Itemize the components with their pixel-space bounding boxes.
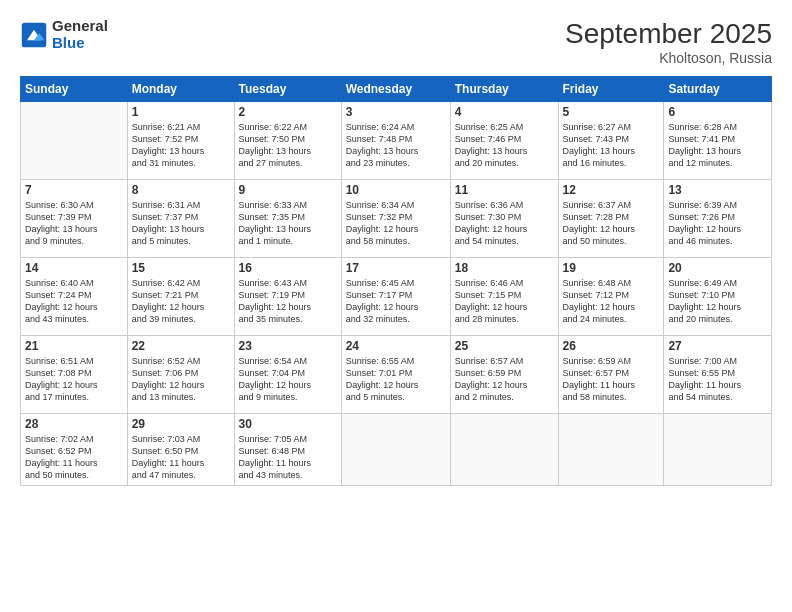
calendar-cell: 18Sunrise: 6:46 AMSunset: 7:15 PMDayligh… [450,258,558,336]
day-number: 17 [346,261,446,275]
day-info: Sunrise: 7:02 AMSunset: 6:52 PMDaylight:… [25,433,123,482]
calendar-cell: 11Sunrise: 6:36 AMSunset: 7:30 PMDayligh… [450,180,558,258]
day-info: Sunrise: 6:57 AMSunset: 6:59 PMDaylight:… [455,355,554,404]
day-number: 24 [346,339,446,353]
day-number: 13 [668,183,767,197]
page-header: General Blue September 2025 Kholtoson, R… [20,18,772,66]
col-wednesday: Wednesday [341,77,450,102]
day-number: 25 [455,339,554,353]
day-number: 20 [668,261,767,275]
col-thursday: Thursday [450,77,558,102]
day-number: 28 [25,417,123,431]
day-number: 27 [668,339,767,353]
day-number: 4 [455,105,554,119]
logo-icon [20,21,48,49]
day-number: 22 [132,339,230,353]
day-info: Sunrise: 6:48 AMSunset: 7:12 PMDaylight:… [563,277,660,326]
calendar-cell: 17Sunrise: 6:45 AMSunset: 7:17 PMDayligh… [341,258,450,336]
day-info: Sunrise: 6:33 AMSunset: 7:35 PMDaylight:… [239,199,337,248]
calendar-cell: 30Sunrise: 7:05 AMSunset: 6:48 PMDayligh… [234,414,341,486]
day-info: Sunrise: 7:05 AMSunset: 6:48 PMDaylight:… [239,433,337,482]
calendar-cell: 27Sunrise: 7:00 AMSunset: 6:55 PMDayligh… [664,336,772,414]
logo-general-text: General [52,18,108,35]
calendar-cell: 2Sunrise: 6:22 AMSunset: 7:50 PMDaylight… [234,102,341,180]
day-number: 7 [25,183,123,197]
day-number: 8 [132,183,230,197]
col-tuesday: Tuesday [234,77,341,102]
day-number: 29 [132,417,230,431]
day-number: 14 [25,261,123,275]
day-info: Sunrise: 6:39 AMSunset: 7:26 PMDaylight:… [668,199,767,248]
day-info: Sunrise: 6:30 AMSunset: 7:39 PMDaylight:… [25,199,123,248]
day-info: Sunrise: 6:42 AMSunset: 7:21 PMDaylight:… [132,277,230,326]
calendar-cell: 12Sunrise: 6:37 AMSunset: 7:28 PMDayligh… [558,180,664,258]
day-info: Sunrise: 6:51 AMSunset: 7:08 PMDaylight:… [25,355,123,404]
day-info: Sunrise: 6:59 AMSunset: 6:57 PMDaylight:… [563,355,660,404]
day-info: Sunrise: 6:46 AMSunset: 7:15 PMDaylight:… [455,277,554,326]
day-info: Sunrise: 6:25 AMSunset: 7:46 PMDaylight:… [455,121,554,170]
day-info: Sunrise: 6:36 AMSunset: 7:30 PMDaylight:… [455,199,554,248]
day-info: Sunrise: 7:00 AMSunset: 6:55 PMDaylight:… [668,355,767,404]
logo: General Blue [20,18,108,51]
day-number: 30 [239,417,337,431]
calendar-cell [341,414,450,486]
day-info: Sunrise: 6:22 AMSunset: 7:50 PMDaylight:… [239,121,337,170]
day-number: 6 [668,105,767,119]
day-number: 26 [563,339,660,353]
day-number: 9 [239,183,337,197]
calendar-cell: 22Sunrise: 6:52 AMSunset: 7:06 PMDayligh… [127,336,234,414]
calendar-header-row: Sunday Monday Tuesday Wednesday Thursday… [21,77,772,102]
day-number: 15 [132,261,230,275]
calendar-cell: 3Sunrise: 6:24 AMSunset: 7:48 PMDaylight… [341,102,450,180]
day-info: Sunrise: 6:49 AMSunset: 7:10 PMDaylight:… [668,277,767,326]
calendar-cell: 24Sunrise: 6:55 AMSunset: 7:01 PMDayligh… [341,336,450,414]
calendar-cell: 4Sunrise: 6:25 AMSunset: 7:46 PMDaylight… [450,102,558,180]
calendar-cell: 21Sunrise: 6:51 AMSunset: 7:08 PMDayligh… [21,336,128,414]
day-number: 23 [239,339,337,353]
calendar-cell [450,414,558,486]
day-number: 10 [346,183,446,197]
calendar-cell: 8Sunrise: 6:31 AMSunset: 7:37 PMDaylight… [127,180,234,258]
calendar-cell: 13Sunrise: 6:39 AMSunset: 7:26 PMDayligh… [664,180,772,258]
calendar-cell [664,414,772,486]
calendar-cell: 23Sunrise: 6:54 AMSunset: 7:04 PMDayligh… [234,336,341,414]
calendar-cell [558,414,664,486]
day-number: 21 [25,339,123,353]
location-text: Kholtoson, Russia [565,50,772,66]
col-saturday: Saturday [664,77,772,102]
day-number: 16 [239,261,337,275]
day-number: 1 [132,105,230,119]
calendar-cell: 5Sunrise: 6:27 AMSunset: 7:43 PMDaylight… [558,102,664,180]
calendar-cell: 14Sunrise: 6:40 AMSunset: 7:24 PMDayligh… [21,258,128,336]
day-number: 12 [563,183,660,197]
calendar-cell: 16Sunrise: 6:43 AMSunset: 7:19 PMDayligh… [234,258,341,336]
month-title: September 2025 [565,18,772,50]
calendar-cell: 28Sunrise: 7:02 AMSunset: 6:52 PMDayligh… [21,414,128,486]
calendar-cell [21,102,128,180]
calendar-cell: 29Sunrise: 7:03 AMSunset: 6:50 PMDayligh… [127,414,234,486]
calendar-cell: 15Sunrise: 6:42 AMSunset: 7:21 PMDayligh… [127,258,234,336]
day-info: Sunrise: 6:21 AMSunset: 7:52 PMDaylight:… [132,121,230,170]
day-info: Sunrise: 6:40 AMSunset: 7:24 PMDaylight:… [25,277,123,326]
day-info: Sunrise: 6:31 AMSunset: 7:37 PMDaylight:… [132,199,230,248]
day-info: Sunrise: 6:54 AMSunset: 7:04 PMDaylight:… [239,355,337,404]
calendar-table: Sunday Monday Tuesday Wednesday Thursday… [20,76,772,486]
logo-blue-text: Blue [52,35,108,52]
calendar-cell: 7Sunrise: 6:30 AMSunset: 7:39 PMDaylight… [21,180,128,258]
day-info: Sunrise: 7:03 AMSunset: 6:50 PMDaylight:… [132,433,230,482]
day-number: 11 [455,183,554,197]
calendar-cell: 10Sunrise: 6:34 AMSunset: 7:32 PMDayligh… [341,180,450,258]
calendar-cell: 1Sunrise: 6:21 AMSunset: 7:52 PMDaylight… [127,102,234,180]
day-number: 3 [346,105,446,119]
calendar-cell: 25Sunrise: 6:57 AMSunset: 6:59 PMDayligh… [450,336,558,414]
day-number: 19 [563,261,660,275]
calendar-cell: 19Sunrise: 6:48 AMSunset: 7:12 PMDayligh… [558,258,664,336]
day-info: Sunrise: 6:34 AMSunset: 7:32 PMDaylight:… [346,199,446,248]
day-info: Sunrise: 6:24 AMSunset: 7:48 PMDaylight:… [346,121,446,170]
title-block: September 2025 Kholtoson, Russia [565,18,772,66]
calendar-cell: 9Sunrise: 6:33 AMSunset: 7:35 PMDaylight… [234,180,341,258]
day-info: Sunrise: 6:45 AMSunset: 7:17 PMDaylight:… [346,277,446,326]
day-info: Sunrise: 6:28 AMSunset: 7:41 PMDaylight:… [668,121,767,170]
col-monday: Monday [127,77,234,102]
day-info: Sunrise: 6:37 AMSunset: 7:28 PMDaylight:… [563,199,660,248]
